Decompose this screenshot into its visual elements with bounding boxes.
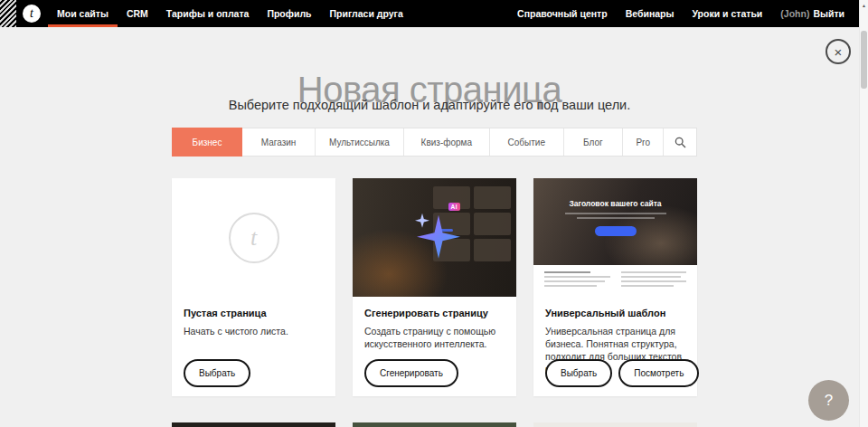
template-cards-row: t Пустая страница Начать с чистого листа… [172,178,697,396]
preview-text-line [544,280,605,282]
ai-sparkle-icon [406,207,464,265]
tab-pro[interactable]: Pro [623,128,664,156]
blank-template-preview[interactable]: t [172,178,335,297]
nav-item-lessons[interactable]: Уроки и статьи [683,0,771,27]
close-icon: × [835,45,843,59]
nav-item-invite-friend[interactable]: Пригласи друга [321,0,412,27]
card-description: Начать с чистого листа. [184,325,324,337]
tab-event[interactable]: Событие [490,128,564,156]
preview-text-line [544,285,597,287]
ai-badge: AI [448,203,461,211]
card-generate-page: AI Сгенерировать страницу Создать страни… [353,178,516,396]
nav-item-my-sites[interactable]: Мои сайты [48,0,118,27]
preview-text-line [544,276,610,278]
tab-blog[interactable]: Блог [564,128,623,156]
preview-card [474,186,511,209]
next-template-card[interactable] [353,422,516,427]
template-category-tabs: Бизнес Магазин Мультиссылка Квиз-форма С… [172,128,697,157]
tilda-logo-letter: t [30,6,33,21]
preview-text-line [621,271,687,273]
user-name: (John) [780,8,809,19]
preview-text-column [544,271,610,297]
nav-item-logout[interactable]: (John) Выйти [771,0,854,27]
preview-hero-title: Заголовок вашего сайта [533,178,697,208]
preview-cta-button [595,226,637,236]
choose-universal-button[interactable]: Выбрать [545,359,612,387]
tilda-mark-icon: t [229,213,279,263]
nav-item-profile[interactable]: Профиль [258,0,320,27]
card-description: Создать страницу с помощью искусственног… [364,325,505,350]
logout-label: Выйти [813,8,844,19]
tilda-mark-letter: t [250,224,257,251]
preview-text-column [621,271,687,297]
navbar-right-menu: Справочный центр Вебинары Уроки и статьи… [508,0,854,27]
tab-search[interactable] [664,128,696,156]
preview-text-line [565,213,666,214]
universal-template-preview[interactable]: Заголовок вашего сайта [533,178,697,297]
nav-item-help-center[interactable]: Справочный центр [508,0,617,27]
scroll-up-arrow[interactable]: ▲ [860,0,868,8]
preview-text-line [621,280,687,282]
top-navbar: t Мои сайты CRM Тарифы и оплата Профиль … [0,0,859,27]
nav-item-crm[interactable]: CRM [118,0,157,27]
tab-business[interactable]: Бизнес [172,128,242,157]
card-universal-template: Заголовок вашего сайта [533,178,697,396]
nav-item-webinars[interactable]: Вебинары [617,0,684,27]
next-template-card[interactable] [172,422,335,427]
card-blank-page: t Пустая страница Начать с чистого листа… [172,178,335,396]
next-templates-row [172,422,697,427]
tab-quiz-form[interactable]: Квиз-форма [404,128,490,156]
preview-text-line [621,285,674,287]
generate-button[interactable]: Сгенерировать [364,359,458,387]
card-body: Сгенерировать страницу Создать страницу … [353,297,516,350]
search-icon [675,137,686,148]
card-actions: Выбрать [184,359,250,387]
tab-multilink[interactable]: Мультиссылка [316,128,404,156]
generate-template-preview[interactable]: AI [353,178,516,297]
card-actions: Сгенерировать [364,359,458,387]
page-subtitle: Выберите подходящий шаблон и адаптируйте… [0,98,859,112]
scrollbar-thumb[interactable] [861,31,867,89]
nav-item-tariffs[interactable]: Тарифы и оплата [157,0,259,27]
scrollbar[interactable]: ▲ [859,0,868,427]
help-button[interactable]: ? [808,380,849,421]
card-title: Сгенерировать страницу [364,308,505,318]
preview-universal-button[interactable]: Посмотреть [618,359,699,387]
choose-blank-button[interactable]: Выбрать [184,359,250,387]
tab-shop[interactable]: Магазин [242,128,316,156]
navbar-left-menu: Мои сайты CRM Тарифы и оплата Профиль Пр… [48,0,412,27]
preview-text-section [533,265,697,297]
card-body: Пустая страница Начать с чистого листа. [172,297,335,337]
preview-card [474,239,511,261]
card-title: Универсальный шаблон [545,308,685,318]
tilda-logo[interactable]: t [23,5,41,23]
next-template-card[interactable] [533,422,697,427]
preview-card [474,213,511,235]
card-actions: Выбрать Посмотреть [545,359,699,387]
preview-text-line [577,217,655,219]
close-button[interactable]: × [826,39,851,64]
tilda-pattern-icon [0,0,16,27]
preview-text-line [621,276,682,278]
preview-hero: Заголовок вашего сайта [533,178,697,265]
card-title: Пустая страница [184,308,324,318]
preview-text-line [544,271,590,273]
